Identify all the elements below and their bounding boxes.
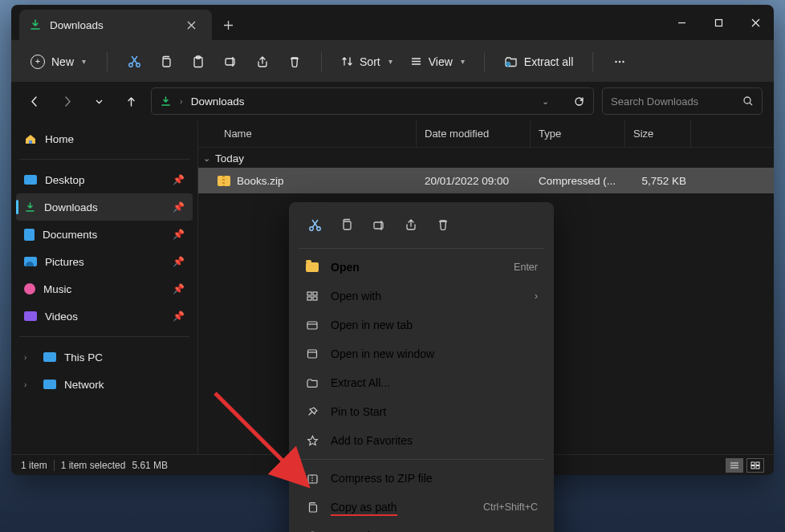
sidebar-item-downloads[interactable]: Downloads 📌 xyxy=(16,193,193,221)
tab-title: Downloads xyxy=(50,19,172,31)
music-icon xyxy=(24,283,35,294)
ctx-delete-button[interactable] xyxy=(429,212,458,238)
extract-all-button[interactable]: Extract all xyxy=(498,50,580,73)
column-type[interactable]: Type xyxy=(531,120,625,147)
ctx-copy-as-path[interactable]: Copy as path Ctrl+Shift+C xyxy=(294,493,549,522)
column-size[interactable]: Size xyxy=(625,120,691,147)
svg-rect-24 xyxy=(313,297,317,300)
sidebar-item-pictures[interactable]: Pictures 📌 xyxy=(16,248,193,275)
ctx-cut-button[interactable] xyxy=(300,212,329,238)
paste-button[interactable] xyxy=(185,48,212,75)
view-icon xyxy=(410,55,422,67)
rename-button[interactable] xyxy=(217,48,244,75)
sidebar-item-label: Pictures xyxy=(45,256,84,268)
back-button[interactable] xyxy=(22,89,47,113)
search-input[interactable]: Search Downloads xyxy=(602,87,763,115)
sidebar-item-network[interactable]: › Network xyxy=(16,371,193,398)
svg-point-11 xyxy=(744,97,750,104)
close-tab-button[interactable] xyxy=(180,14,202,36)
search-icon xyxy=(742,95,754,107)
new-button[interactable]: + New ▾ xyxy=(22,50,94,74)
svg-rect-12 xyxy=(29,140,32,144)
copy-button[interactable] xyxy=(153,48,180,75)
maximize-button[interactable] xyxy=(700,5,737,40)
tab-downloads[interactable]: Downloads xyxy=(19,10,212,40)
sidebar-item-label: Documents xyxy=(43,229,97,241)
ctx-compress-zip[interactable]: Compress to ZIP file xyxy=(294,464,549,493)
folder-icon xyxy=(305,262,319,272)
details-view-toggle[interactable] xyxy=(726,458,743,473)
recent-button[interactable] xyxy=(87,89,111,113)
column-date[interactable]: Date modified xyxy=(417,120,531,147)
sidebar-item-this-pc[interactable]: › This PC xyxy=(16,343,193,371)
ctx-copy-button[interactable] xyxy=(332,212,361,238)
extract-label: Extract all xyxy=(524,55,573,68)
view-button[interactable]: View ▾ xyxy=(404,51,471,73)
svg-point-1 xyxy=(128,63,132,67)
cut-button[interactable] xyxy=(120,48,148,75)
status-selected: 1 item selected xyxy=(61,460,126,471)
ctx-rename-button[interactable] xyxy=(364,212,393,238)
svg-point-17 xyxy=(309,226,312,229)
file-row[interactable]: Books.zip 20/01/2022 09:00 Compressed (.… xyxy=(198,168,774,193)
sidebar-item-music[interactable]: Music 📌 xyxy=(16,275,193,303)
ctx-extract-all[interactable]: Extract All... xyxy=(294,368,549,397)
ctx-pin-start[interactable]: Pin to Start xyxy=(294,397,549,426)
download-icon xyxy=(160,95,172,108)
chevron-down-icon[interactable]: ⌄ xyxy=(542,96,549,107)
separator xyxy=(54,460,55,471)
sort-button[interactable]: Sort ▾ xyxy=(335,51,399,73)
sidebar-item-label: Downloads xyxy=(44,201,98,213)
download-icon xyxy=(29,18,42,31)
ctx-properties[interactable]: Properties Alt+Enter xyxy=(294,522,549,532)
ctx-label: Open in new tab xyxy=(331,319,538,331)
sidebar-item-home[interactable]: Home xyxy=(16,125,193,152)
network-icon xyxy=(43,380,56,389)
ctx-add-favorites[interactable]: Add to Favorites xyxy=(294,426,549,455)
svg-rect-23 xyxy=(307,297,311,300)
separator xyxy=(107,52,108,71)
address-bar[interactable]: › Downloads ⌄ xyxy=(151,87,594,115)
chevron-right-icon: › xyxy=(24,380,35,389)
delete-button[interactable] xyxy=(281,48,308,75)
svg-rect-15 xyxy=(751,465,754,469)
sidebar-item-desktop[interactable]: Desktop 📌 xyxy=(16,166,193,193)
ctx-open[interactable]: Open Enter xyxy=(294,253,549,282)
sidebar-item-videos[interactable]: Videos 📌 xyxy=(16,303,193,330)
group-header[interactable]: ⌄ Today xyxy=(198,148,774,168)
thumbnails-view-toggle[interactable] xyxy=(746,458,764,473)
chevron-down-icon: ▾ xyxy=(388,57,392,66)
refresh-button[interactable] xyxy=(573,95,585,108)
ctx-shortcut: Enter xyxy=(514,262,538,273)
forward-button[interactable] xyxy=(55,89,79,113)
pin-icon: 📌 xyxy=(173,201,185,213)
pin-icon: 📌 xyxy=(173,311,185,322)
svg-rect-22 xyxy=(313,292,317,295)
sidebar-item-label: Videos xyxy=(45,311,78,323)
pin-icon xyxy=(305,406,319,418)
ctx-open-with[interactable]: Open with › xyxy=(294,282,549,311)
breadcrumb-current[interactable]: Downloads xyxy=(191,95,245,108)
sidebar-item-label: Home xyxy=(45,133,74,145)
new-label: New xyxy=(51,55,74,68)
separator xyxy=(592,52,593,71)
column-name[interactable]: Name xyxy=(216,120,417,147)
share-button[interactable] xyxy=(249,48,276,75)
more-button[interactable] xyxy=(606,48,633,75)
ctx-share-button[interactable] xyxy=(397,212,425,238)
ctx-label: Open with xyxy=(331,290,523,303)
svg-point-10 xyxy=(623,60,624,62)
sidebar-item-documents[interactable]: Documents 📌 xyxy=(16,221,193,248)
new-tab-icon xyxy=(305,319,319,331)
sidebar: Home Desktop 📌 Downloads 📌 Documents � xyxy=(11,120,197,454)
sidebar-item-label: Network xyxy=(64,379,104,391)
close-window-button[interactable] xyxy=(737,5,774,40)
new-tab-button[interactable] xyxy=(212,10,244,40)
ctx-open-new-window[interactable]: Open in new window xyxy=(294,339,549,368)
ctx-open-new-tab[interactable]: Open in new tab xyxy=(294,311,549,339)
minimize-button[interactable] xyxy=(663,5,700,40)
plus-circle-icon: + xyxy=(31,55,45,69)
ctx-label: Add to Favorites xyxy=(331,434,538,447)
svg-rect-28 xyxy=(309,505,316,512)
up-button[interactable] xyxy=(119,89,143,113)
